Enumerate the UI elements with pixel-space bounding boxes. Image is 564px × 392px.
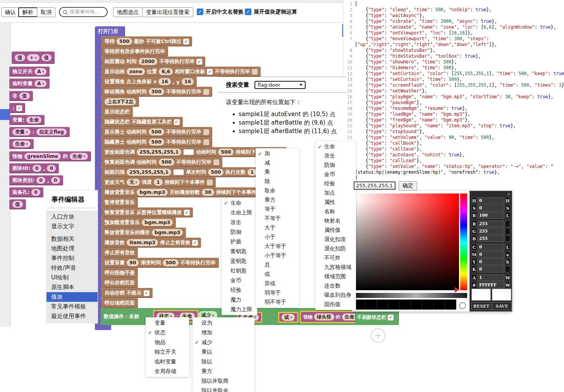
value-field[interactable]: 90 (127, 259, 139, 266)
menu-item-减少[interactable]: ✓减少 (193, 337, 254, 347)
unit-toggle[interactable]: H (505, 197, 510, 204)
checkbox-unchecked[interactable]: ✓ (203, 139, 209, 145)
value-field[interactable]: 500 (149, 139, 164, 146)
unit-toggle[interactable]: S (505, 205, 510, 211)
cancel-button[interactable]: 取消 (37, 7, 55, 17)
field-value-input[interactable]: 255 (478, 228, 504, 235)
checkbox-unchecked[interactable]: ✓ (203, 89, 209, 95)
unit-toggle[interactable]: L (505, 212, 510, 219)
menu-item-大于[interactable]: 大于 (256, 223, 299, 233)
menu-item-除以[interactable]: 除以 (193, 357, 254, 366)
sidebar-item-入口方块[interactable]: 入口方块 (46, 212, 98, 222)
statement-resumeBgm[interactable]: 恢复背景音乐 从暂停位置继续播放✓ (101, 207, 193, 217)
color-value-input[interactable]: 255,255,255,1 (354, 181, 395, 190)
dropdown-field[interactable]: +▾ (27, 54, 40, 61)
field-value-input[interactable]: 255 (478, 221, 504, 227)
dropdown-field[interactable]: A▾ (34, 80, 46, 87)
menu-item-临时变量[interactable]: 临时变量 (146, 357, 189, 366)
sidebar-item-事件控制[interactable]: 事件控制 (46, 253, 98, 263)
parse-button[interactable]: 解析 (18, 7, 38, 17)
menu-item-增加[interactable]: 增加 (193, 328, 254, 337)
menu-item-吸血到自身[interactable]: 吸血到自身 (315, 291, 356, 300)
field-value-input[interactable]: 0 (478, 197, 504, 204)
color-swatch[interactable] (183, 149, 194, 155)
field-value-input[interactable]: FFFFFF (478, 282, 504, 288)
enemy-attr-block[interactable]: 怪物绿头怪的生命▾ (300, 311, 363, 323)
norefresh-block[interactable]: 不刷新状态栏✓ (355, 310, 396, 324)
menu-item-属性[interactable]: 属性 (315, 198, 356, 207)
menu-item-不等于[interactable]: 不等于 (256, 214, 299, 223)
sidebar-item-数据相关[interactable]: 数据相关 (46, 234, 98, 244)
menu-item-减[interactable]: 减 (256, 158, 299, 168)
menu-item-生命[interactable]: ✓生命 (222, 198, 257, 208)
value-field[interactable]: 255,255,255,1 (127, 169, 171, 176)
unit-toggle[interactable]: W (505, 282, 510, 288)
value-field[interactable]: 自定义flag (36, 128, 67, 135)
menu-item-除[interactable]: 除 (256, 177, 299, 186)
statement-hideStatusBar[interactable]: 隐藏状态栏 不隐藏竖屏工具栏✓ (101, 117, 183, 127)
value-block-independent-switch[interactable]: 独立开关A▾ (9, 67, 50, 77)
statement-showStatusBar[interactable]: 显示状态栏 (101, 107, 133, 117)
confirm-button[interactable]: 确认 (1, 7, 20, 17)
value-field[interactable]: 16 (158, 78, 170, 85)
value-field[interactable]: 500 (218, 149, 234, 156)
value-field[interactable]: bgm.mp3 (152, 229, 183, 236)
checkbox-checked[interactable]: ✓ (388, 315, 394, 320)
checkbox-checked[interactable]: ✓ (16, 105, 22, 111)
value-field[interactable]: 值 (19, 92, 30, 99)
dropdown-field[interactable]: 生命▾ (70, 153, 88, 160)
menu-item-弱等于[interactable]: 弱等于 (256, 288, 299, 298)
menu-item-物品[interactable]: 物品 (146, 337, 189, 347)
field-value-input[interactable]: 0 (478, 258, 504, 265)
checkbox-checked[interactable]: ✓ (192, 240, 198, 246)
menu-item-退化扣防[interactable]: 退化扣防 (315, 244, 356, 253)
menu-item-等于[interactable]: 等于 (256, 205, 299, 214)
category-marker[interactable] (0, 109, 10, 120)
menu-item-小于[interactable]: 小于 (256, 233, 299, 242)
checkbox-checked[interactable]: ✓ (183, 39, 189, 45)
checkbox-unchecked[interactable]: ✓ (252, 69, 258, 75)
menu-item-乘以[interactable]: 乘以 (193, 347, 254, 357)
save-button[interactable]: SAVE (492, 302, 512, 310)
field-value-input[interactable]: 0 (478, 266, 504, 272)
value-field[interactable]: 值 (15, 54, 25, 61)
statement-vibrate[interactable]: 画面震动 时间2000不等待执行完毕✓ (101, 56, 205, 67)
statement-freeBgm[interactable]: 释放背景音乐的缓存bgm.mp3 (101, 228, 186, 238)
saturation-brightness-grid[interactable] (354, 193, 459, 290)
value-block-hp-dropdown[interactable]: 生命▾ (9, 139, 34, 149)
field-value-input[interactable]: 0 (478, 244, 504, 250)
field-value-input[interactable]: 100 (478, 212, 504, 219)
checkbox-checked[interactable]: ✓ (174, 119, 180, 125)
menu-item-固伤值[interactable]: 固伤值 (315, 300, 356, 309)
sidebar-item-值块[interactable]: 值块 (46, 292, 98, 302)
menu-item-红钥匙[interactable]: 红钥匙 (222, 266, 257, 276)
statement-loadBgm[interactable]: 预加载背景音乐bgm.mp3 (101, 217, 176, 228)
checkbox-unchecked[interactable]: ✓ (213, 159, 219, 165)
menu-item-生命上限[interactable]: 生命上限 (222, 208, 257, 217)
statement-viewport-steps[interactable]: 上右3下2左 (101, 97, 139, 107)
checkbox-unchecked[interactable]: ✓ (203, 129, 209, 135)
unit-toggle[interactable] (505, 266, 510, 272)
menu-item-经验[interactable]: 经验 (315, 179, 356, 188)
menu-item-防御[interactable]: 防御 (222, 227, 257, 237)
checkbox-unchecked[interactable]: ✓ (207, 180, 213, 185)
menu-item-弱不等于[interactable]: 弱不等于 (256, 298, 299, 307)
statement-autoSave[interactable]: 自动存档 不提示✓ (101, 288, 153, 298)
menu-item-攻击[interactable]: 攻击 (222, 217, 257, 227)
value-block-value[interactable]: 值 (9, 199, 26, 209)
checkbox-checked[interactable]: ✓ (207, 69, 213, 75)
value-block-variable-custom-flag[interactable]: 变量▾:自定义flag (9, 127, 70, 137)
search-input[interactable]: 搜索事件块... (59, 7, 108, 17)
value-block-block-category[interactable]: 图块类别:0,0 (9, 175, 63, 185)
checkbox-checked[interactable]: ✓ (144, 290, 150, 296)
value-field[interactable]: 上右3下2左 (105, 98, 136, 105)
close-icon[interactable]: ✕ (507, 192, 511, 197)
menu-item-金币[interactable]: 金币 (315, 170, 356, 179)
value-block-variable-hp[interactable]: 变量:生命 (9, 115, 45, 125)
menu-item-魔力上限[interactable]: 魔力上限 (222, 305, 257, 314)
value-field[interactable]: 500 (208, 169, 224, 176)
unit-toggle[interactable]: W (505, 274, 510, 281)
gradient-slider[interactable] (354, 293, 467, 298)
statement-callSave[interactable]: 呼出存档页面 (101, 278, 138, 288)
palette-cell[interactable] (411, 300, 422, 310)
